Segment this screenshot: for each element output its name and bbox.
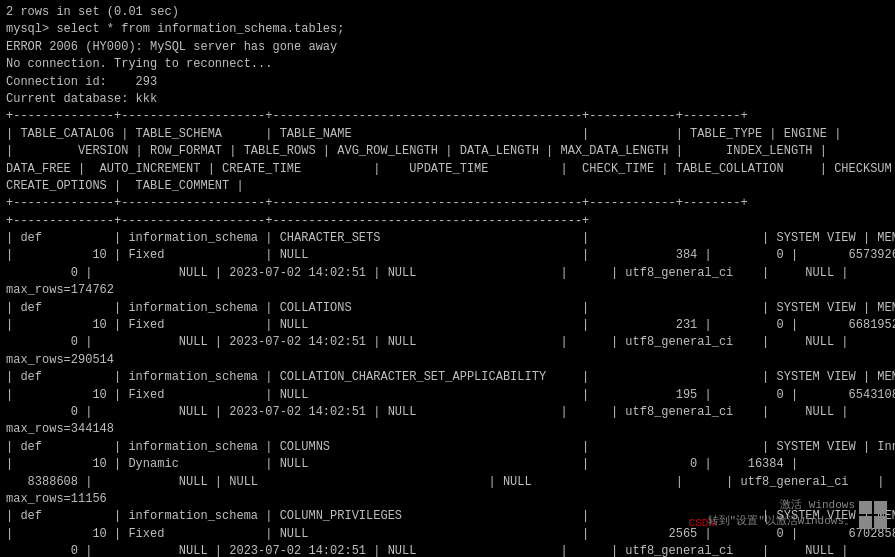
terminal-line: | def | information_schema | CHARACTER_S…: [6, 230, 889, 247]
terminal-line: | def | information_schema | COLLATIONS …: [6, 300, 889, 317]
terminal-line: | 10 | Fixed | NULL | 231 | 0 | 66819522…: [6, 317, 889, 334]
terminal-line: mysql> select * from information_schema.…: [6, 21, 889, 38]
watermark-line2: 转到"设置"以激活Windows。: [708, 514, 855, 529]
watermark-text-block: 激活 Windows 转到"设置"以激活Windows。: [708, 498, 855, 529]
terminal-window: 2 rows in set (0.01 sec)mysql> select * …: [0, 0, 895, 557]
watermark-line1: 激活 Windows: [708, 498, 855, 513]
terminal-line: | def | information_schema | COLUMNS | |…: [6, 439, 889, 456]
terminal-line: ERROR 2006 (HY000): MySQL server has gon…: [6, 39, 889, 56]
terminal-line: +--------------+--------------------+---…: [6, 195, 889, 212]
terminal-line: +--------------+--------------------+---…: [6, 108, 889, 125]
terminal-line: 8388608 | NULL | NULL | NULL | | utf8_ge…: [6, 474, 889, 491]
terminal-line: CREATE_OPTIONS | TABLE_COMMENT |: [6, 178, 889, 195]
terminal-line: Current database: kkk: [6, 91, 889, 108]
terminal-line: 0 | NULL | 2023-07-02 14:02:51 | NULL | …: [6, 404, 889, 421]
terminal-line: DATA_FREE | AUTO_INCREMENT | CREATE_TIME…: [6, 161, 889, 178]
windows-logo-icon: [859, 501, 887, 529]
terminal-line: | 10 | Fixed | NULL | 195 | 0 | 65431080…: [6, 387, 889, 404]
terminal-line: 0 | NULL | 2023-07-02 14:02:51 | NULL | …: [6, 543, 889, 557]
terminal-line: 0 | NULL | 2023-07-02 14:02:51 | NULL | …: [6, 265, 889, 282]
terminal-line: 2 rows in set (0.01 sec): [6, 4, 889, 21]
terminal-line: | 10 | Fixed | NULL | 384 | 0 | 65739264…: [6, 247, 889, 264]
terminal-line: Connection id: 293: [6, 74, 889, 91]
terminal-line: max_rows=290514: [6, 352, 889, 369]
terminal-line: max_rows=344148: [6, 421, 889, 438]
terminal-line: +--------------+--------------------+---…: [6, 213, 889, 230]
terminal-line: No connection. Trying to reconnect...: [6, 56, 889, 73]
terminal-line: | VERSION | ROW_FORMAT | TABLE_ROWS | AV…: [6, 143, 889, 160]
terminal-content: 2 rows in set (0.01 sec)mysql> select * …: [6, 4, 889, 557]
terminal-line: 0 | NULL | 2023-07-02 14:02:51 | NULL | …: [6, 334, 889, 351]
terminal-line: | TABLE_CATALOG | TABLE_SCHEMA | TABLE_N…: [6, 126, 889, 143]
terminal-line: max_rows=174762: [6, 282, 889, 299]
windows-watermark: 激活 Windows 转到"设置"以激活Windows。: [708, 498, 887, 529]
terminal-line: | def | information_schema | COLLATION_C…: [6, 369, 889, 386]
terminal-line: | 10 | Dynamic | NULL | 0 | 16384 | 0 | …: [6, 456, 889, 473]
